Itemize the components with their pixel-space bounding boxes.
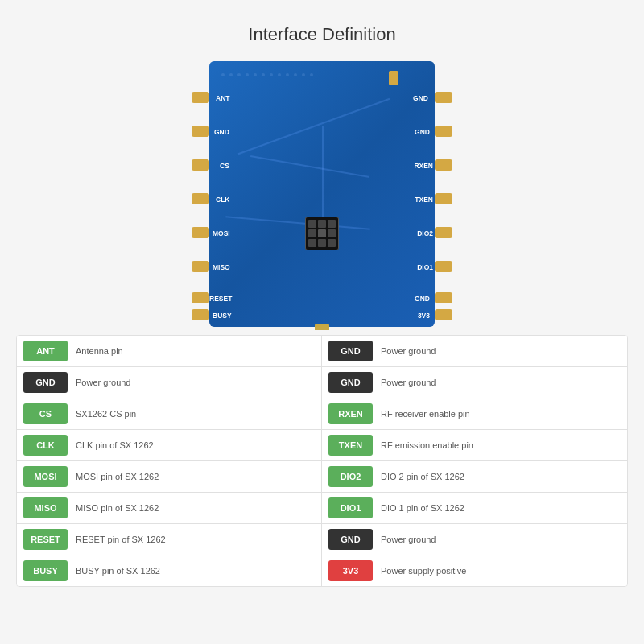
- label-gnd-r3: GND: [415, 295, 430, 303]
- pad-mosi: [192, 227, 209, 238]
- pin-badge: GND: [328, 372, 373, 393]
- pin-badge: GND: [328, 341, 373, 361]
- pin-cell-rxen: RXEN RF receiver enable pin: [322, 398, 627, 429]
- label-gnd-r1: GND: [413, 94, 428, 102]
- pin-cell-gnd: GND Power ground: [322, 336, 627, 366]
- pin-badge: DIO1: [328, 497, 373, 518]
- pin-description: Antenna pin: [76, 346, 123, 356]
- label-dio2: DIO2: [417, 229, 433, 237]
- pin-badge: MOSI: [23, 466, 68, 487]
- pin-description: Power supply positive: [381, 566, 466, 576]
- table-row: BUSY BUSY pin of SX 1262 3V3 Power suppl…: [17, 555, 627, 586]
- label-gnd-r2: GND: [415, 128, 430, 136]
- pin-badge: DIO2: [328, 466, 373, 487]
- pin-description: MISO pin of SX 1262: [76, 503, 159, 513]
- component-top: [389, 71, 398, 85]
- pad-txen: [435, 193, 452, 204]
- pad-clk: [192, 193, 209, 204]
- board-dots: [221, 73, 315, 183]
- table-row: MISO MISO pin of SX 1262 DIO1 DIO 1 pin …: [17, 493, 627, 524]
- pin-cell-mosi: MOSI MOSI pin of SX 1262: [17, 461, 322, 492]
- pin-badge: CLK: [23, 435, 68, 456]
- pin-cell-gnd: GND Power ground: [322, 367, 627, 398]
- pin-description: RF emission enable pin: [381, 440, 473, 450]
- pin-description: CLK pin of SX 1262: [76, 440, 154, 450]
- pin-cell-ant: ANT Antenna pin: [17, 336, 322, 366]
- pin-cell-miso: MISO MISO pin of SX 1262: [17, 493, 322, 523]
- pad-dio1: [435, 261, 452, 272]
- table-row: RESET RESET pin of SX 1262 GND Power gro…: [17, 524, 627, 555]
- table-row: MOSI MOSI pin of SX 1262 DIO2 DIO 2 pin …: [17, 461, 627, 493]
- page-title: Interface Definition: [248, 24, 395, 45]
- pin-cell-dio2: DIO2 DIO 2 pin of SX 1262: [322, 461, 627, 492]
- pin-description: Power ground: [381, 346, 436, 356]
- pad-3v3: [435, 309, 452, 320]
- pad-gnd-l1: [192, 126, 209, 137]
- pin-badge: GND: [23, 372, 68, 393]
- label-miso: MISO: [213, 263, 230, 271]
- pin-badge: TXEN: [328, 435, 373, 456]
- pin-cell-reset: RESET RESET pin of SX 1262: [17, 524, 322, 555]
- board-diagram: ANT GND CS CLK MOSI MISO RESET BUSY GND …: [193, 61, 451, 335]
- chip-dots: [305, 217, 339, 250]
- pcb-board: ANT GND CS CLK MOSI MISO RESET BUSY GND …: [209, 61, 435, 327]
- pin-definition-table: ANT Antenna pin GND Power ground GND Pow…: [16, 335, 628, 587]
- label-3v3: 3V3: [418, 312, 430, 320]
- pad-cs: [192, 159, 209, 171]
- pad-busy: [192, 309, 209, 320]
- label-txen: TXEN: [415, 196, 433, 204]
- table-row: ANT Antenna pin GND Power ground: [17, 336, 627, 367]
- pin-cell-gnd: GND Power ground: [322, 524, 627, 555]
- table-row: CS SX1262 CS pin RXEN RF receiver enable…: [17, 398, 627, 430]
- pin-description: RESET pin of SX 1262: [76, 535, 166, 544]
- pad-rxen: [435, 159, 452, 171]
- pin-description: Power ground: [76, 378, 131, 387]
- pin-cell-cs: CS SX1262 CS pin: [17, 398, 322, 429]
- pin-description: DIO 2 pin of SX 1262: [381, 472, 464, 481]
- pin-description: Power ground: [381, 535, 436, 544]
- pad-miso: [192, 261, 209, 272]
- pin-badge: GND: [328, 529, 373, 550]
- pin-description: SX1262 CS pin: [76, 409, 136, 419]
- pin-table-body: ANT Antenna pin GND Power ground GND Pow…: [17, 336, 627, 586]
- pin-badge: RXEN: [328, 403, 373, 424]
- pad-reset: [192, 292, 209, 303]
- pin-badge: 3V3: [328, 560, 373, 581]
- pin-badge: ANT: [23, 341, 68, 361]
- usb-connector: [315, 324, 329, 330]
- pin-badge: RESET: [23, 529, 68, 550]
- pad-gnd-r3: [435, 292, 452, 303]
- pin-cell-busy: BUSY BUSY pin of SX 1262: [17, 555, 322, 586]
- pad-gnd-r2: [435, 126, 452, 137]
- pin-cell-dio1: DIO1 DIO 1 pin of SX 1262: [322, 493, 627, 523]
- pin-cell-txen: TXEN RF emission enable pin: [322, 430, 627, 460]
- table-row: CLK CLK pin of SX 1262 TXEN RF emission …: [17, 430, 627, 461]
- pin-description: MOSI pin of SX 1262: [76, 472, 159, 481]
- label-busy: BUSY: [213, 312, 232, 320]
- pad-gnd-r1: [435, 92, 452, 103]
- pin-badge: CS: [23, 403, 68, 424]
- pin-cell-clk: CLK CLK pin of SX 1262: [17, 430, 322, 460]
- pin-cell-3v3: 3V3 Power supply positive: [322, 555, 627, 586]
- pin-description: RF receiver enable pin: [381, 409, 470, 419]
- label-mosi: MOSI: [213, 229, 230, 237]
- pad-dio2: [435, 227, 452, 238]
- label-dio1: DIO1: [417, 263, 433, 271]
- pin-description: Power ground: [381, 378, 436, 387]
- label-clk: CLK: [216, 196, 229, 204]
- pin-cell-gnd: GND Power ground: [17, 367, 322, 398]
- label-reset: RESET: [209, 295, 232, 303]
- pin-badge: BUSY: [23, 560, 68, 581]
- pad-ant-left: [192, 92, 209, 103]
- label-rxen: RXEN: [414, 162, 433, 170]
- pin-badge: MISO: [23, 497, 68, 518]
- pin-description: BUSY pin of SX 1262: [76, 566, 160, 576]
- pin-description: DIO 1 pin of SX 1262: [381, 503, 464, 513]
- table-row: GND Power ground GND Power ground: [17, 367, 627, 398]
